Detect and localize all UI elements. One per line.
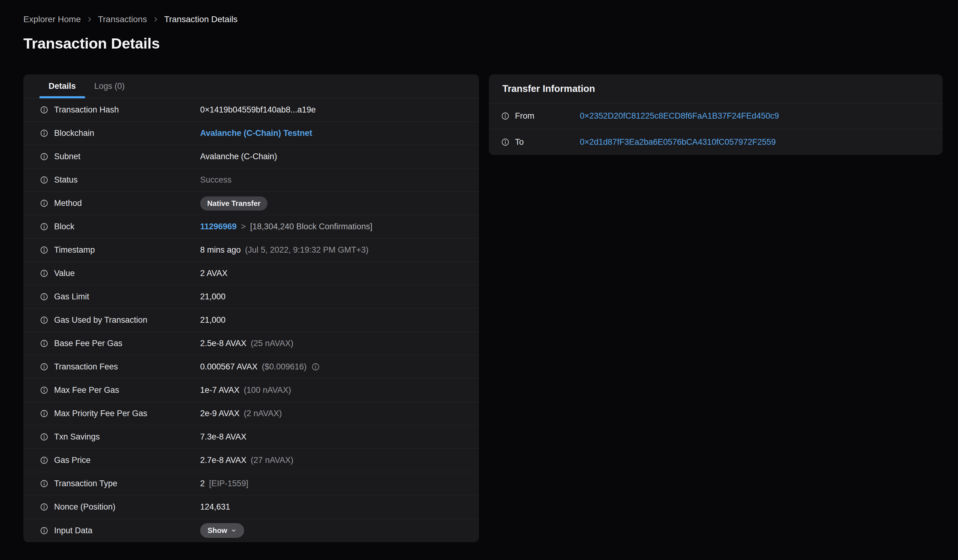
gas-limit-value: 21,000 xyxy=(200,292,226,302)
row-label-timestamp: Timestamp xyxy=(54,245,95,255)
row-value-max-priority-fee-per-gas: 2e-9 AVAX(2 nAVAX) xyxy=(200,409,282,418)
row-value-status: Success xyxy=(200,175,232,185)
row-value-nonce-position: 124,631 xyxy=(200,502,230,512)
info-icon[interactable] xyxy=(40,176,48,184)
blockchain-link[interactable]: Avalanche (C-Chain) Testnet xyxy=(200,128,312,138)
info-icon[interactable] xyxy=(40,316,48,324)
transfer-card-title: Transfer Information xyxy=(489,74,943,103)
value-value: 2 AVAX xyxy=(200,269,227,278)
from-address-link[interactable]: 0×2352D20fC81225c8ECD8f6FaA1B37F24FEd450… xyxy=(580,111,779,121)
row-label-gas-used-by-transaction: Gas Used by Transaction xyxy=(54,315,147,325)
row-value-input-data: Show xyxy=(200,523,244,538)
tab-logs-0[interactable]: Logs (0) xyxy=(85,74,134,98)
row-label-group: Txn Savings xyxy=(23,432,200,442)
row-label-nonce-position: Nonce (Position) xyxy=(54,502,116,512)
chevron-right-icon xyxy=(152,16,159,23)
info-icon[interactable] xyxy=(40,152,48,161)
row-value-gas-used-by-transaction: 21,000 xyxy=(200,315,226,325)
page-title: Transaction Details xyxy=(23,35,943,52)
detail-row-block: Block11296969>[18,304,240 Block Confirma… xyxy=(23,215,479,239)
status-value: Success xyxy=(200,175,232,185)
row-value-max-fee-per-gas: 1e-7 AVAX(100 nAVAX) xyxy=(200,385,291,395)
row-label-method: Method xyxy=(54,199,82,208)
breadcrumb-item-transactions[interactable]: Transactions xyxy=(98,14,147,24)
row-value-subnet: Avalanche (C-Chain) xyxy=(200,152,277,161)
info-icon[interactable] xyxy=(501,138,509,146)
detail-row-subnet: SubnetAvalanche (C-Chain) xyxy=(23,145,479,168)
info-icon[interactable] xyxy=(40,456,48,464)
max-fee-per-gas-value: 1e-7 AVAX xyxy=(200,385,240,395)
row-label-transaction-hash: Transaction Hash xyxy=(54,105,119,115)
row-label-transaction-fees: Transaction Fees xyxy=(54,362,118,372)
row-label-block: Block xyxy=(54,222,75,231)
timestamp-secondary-value: (Jul 5, 2022, 9:19:32 PM GMT+3) xyxy=(245,245,368,255)
row-value-blockchain: Avalanche (C-Chain) Testnet xyxy=(200,128,312,138)
row-label-value: Value xyxy=(54,269,75,278)
detail-row-nonce-position: Nonce (Position)124,631 xyxy=(23,495,479,519)
info-icon[interactable] xyxy=(311,363,320,371)
detail-row-gas-price: Gas Price2.7e-8 AVAX(27 nAVAX) xyxy=(23,449,479,472)
transfer-information-card: Transfer Information From0×2352D20fC8122… xyxy=(489,74,943,155)
row-label-group: Nonce (Position) xyxy=(23,502,200,512)
row-value-method: Native Transfer xyxy=(200,196,268,210)
row-label-input-data: Input Data xyxy=(54,526,92,535)
info-icon[interactable] xyxy=(40,199,48,207)
gas-price-secondary-value: (27 nAVAX) xyxy=(251,456,293,465)
txn-savings-value: 7.3e-8 AVAX xyxy=(200,432,247,442)
details-tabbar: DetailsLogs (0) xyxy=(23,74,479,98)
row-value-transaction-hash: 0×1419b04559bf140ab8...a19e xyxy=(200,105,316,115)
to-address-link[interactable]: 0×2d1d87fF3Ea2ba6E0576bCA4310fC057972F25… xyxy=(580,138,776,147)
detail-row-max-priority-fee-per-gas: Max Priority Fee Per Gas2e-9 AVAX(2 nAVA… xyxy=(23,402,479,426)
transfer-value-to: 0×2d1d87fF3Ea2ba6E0576bCA4310fC057972F25… xyxy=(580,138,776,147)
nonce-position-value: 124,631 xyxy=(200,502,230,512)
transaction-type-secondary-value: [EIP-1559] xyxy=(209,479,248,489)
info-icon[interactable] xyxy=(40,527,48,535)
info-icon[interactable] xyxy=(40,106,48,114)
breadcrumb: Explorer HomeTransactionsTransaction Det… xyxy=(23,14,943,25)
info-icon[interactable] xyxy=(40,479,48,488)
detail-row-status: StatusSuccess xyxy=(23,168,479,192)
cards-container: DetailsLogs (0) Transaction Hash0×1419b0… xyxy=(23,74,943,542)
info-icon[interactable] xyxy=(501,112,509,120)
info-icon[interactable] xyxy=(40,223,48,231)
breadcrumb-item-explorer-home[interactable]: Explorer Home xyxy=(23,14,81,24)
info-icon[interactable] xyxy=(40,503,48,511)
row-label-group: Base Fee Per Gas xyxy=(23,339,200,348)
row-label-gas-price: Gas Price xyxy=(54,456,91,465)
method-badge: Native Transfer xyxy=(200,196,268,210)
row-label-group: Gas Limit xyxy=(23,292,200,302)
row-label-group: Gas Used by Transaction xyxy=(23,315,200,325)
row-label-max-fee-per-gas: Max Fee Per Gas xyxy=(54,385,119,395)
input-data-show-button[interactable]: Show xyxy=(200,523,244,538)
row-label-group: To xyxy=(489,138,580,147)
row-value-transaction-fees: 0.000567 AVAX($0.009616) xyxy=(200,362,320,372)
row-label-group: Block xyxy=(23,222,200,231)
row-label-base-fee-per-gas: Base Fee Per Gas xyxy=(54,339,122,348)
detail-row-method: MethodNative Transfer xyxy=(23,192,479,215)
detail-row-input-data: Input DataShow xyxy=(23,519,479,542)
info-icon[interactable] xyxy=(40,293,48,301)
info-icon[interactable] xyxy=(40,129,48,138)
row-value-base-fee-per-gas: 2.5e-8 AVAX(25 nAVAX) xyxy=(200,339,293,348)
detail-row-gas-used-by-transaction: Gas Used by Transaction21,000 xyxy=(23,308,479,332)
row-label-group: Timestamp xyxy=(23,245,200,255)
transaction-details-page: Explorer HomeTransactionsTransaction Det… xyxy=(0,0,958,560)
info-icon[interactable] xyxy=(40,386,48,394)
row-label-group: From xyxy=(489,111,580,121)
info-icon[interactable] xyxy=(40,363,48,371)
block-number-link[interactable]: 11296969 xyxy=(200,222,237,231)
block-confirmations: [18,304,240 Block Confirmations] xyxy=(250,222,372,231)
info-icon[interactable] xyxy=(40,433,48,441)
row-label-subnet: Subnet xyxy=(54,152,81,161)
breadcrumb-item-transaction-details: Transaction Details xyxy=(164,14,238,24)
tab-details[interactable]: Details xyxy=(40,74,85,98)
detail-row-value: Value2 AVAX xyxy=(23,262,479,285)
transfer-rows: From0×2352D20fC81225c8ECD8f6FaA1B37F24FE… xyxy=(489,103,943,155)
row-value-txn-savings: 7.3e-8 AVAX xyxy=(200,432,247,442)
detail-row-timestamp: Timestamp8 mins ago(Jul 5, 2022, 9:19:32… xyxy=(23,239,479,262)
info-icon[interactable] xyxy=(40,410,48,418)
info-icon[interactable] xyxy=(40,269,48,278)
row-label-group: Subnet xyxy=(23,152,200,161)
info-icon[interactable] xyxy=(40,339,48,348)
info-icon[interactable] xyxy=(40,246,48,254)
